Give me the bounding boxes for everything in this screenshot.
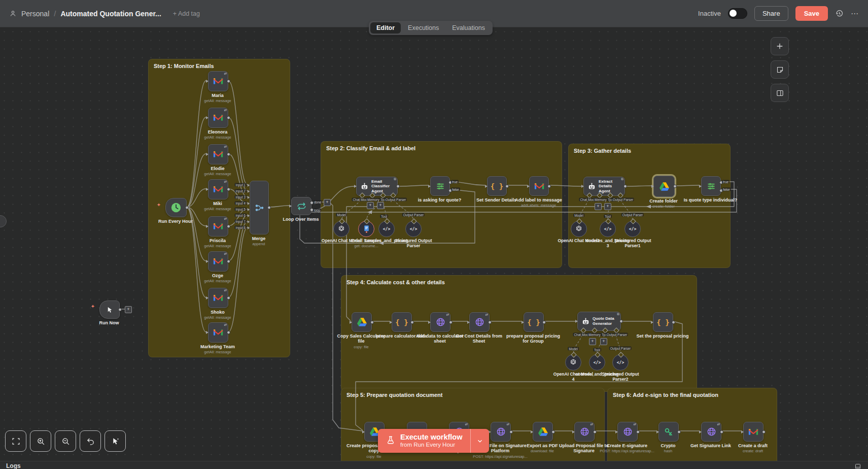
quote-data-generator-input-port[interactable]	[575, 320, 578, 323]
get-signature-link-output-port[interactable]	[720, 430, 723, 433]
merge-input-port[interactable]	[248, 196, 250, 199]
node-maria[interactable]: ⇄MariagetAll: message	[208, 71, 227, 91]
add-node-on-connection-button[interactable]: +	[377, 202, 384, 209]
create-e-signature-output-port[interactable]	[636, 430, 640, 433]
email-classifier-agent-output-port[interactable]	[396, 185, 400, 188]
node-openai-chat-model[interactable]: OpenAI Chat Model	[333, 221, 350, 237]
node-copy-sales-calculator-file[interactable]: Copy Sales Calculator filecopy: file	[352, 312, 371, 332]
save-button[interactable]: Save	[795, 6, 828, 21]
node-email-samples[interactable]: Email Samplesget: docume...	[358, 221, 374, 237]
prepare-proposal-pricing-for-group-output-port[interactable]	[542, 320, 546, 324]
add-node-on-connection-button[interactable]: +	[600, 338, 607, 345]
logs-bar[interactable]: Logs	[0, 461, 868, 469]
add-node-on-connection-button[interactable]: +	[324, 199, 331, 206]
node-courses-and-pricing3[interactable]: </>courses_and_pricing 3	[600, 221, 616, 237]
fit-view-button[interactable]	[5, 430, 26, 452]
create-proposal-template-copy-input-port[interactable]	[362, 430, 365, 433]
node-get-signature-link[interactable]: ⇄Get Signature Link	[701, 422, 720, 442]
node-run-now[interactable]: Run Now	[99, 300, 119, 319]
node-priscila[interactable]: ⇄PriscilagetAll: message	[208, 216, 227, 237]
loop-over-items-input-port[interactable]	[289, 205, 292, 208]
set-sender-details-output-port[interactable]	[505, 184, 509, 188]
node-extract-details-agent[interactable]: Extract Details Agent⧉	[583, 177, 625, 196]
share-button[interactable]: Share	[754, 6, 788, 21]
node-courses-and-pricing[interactable]: </>courses_and_pricing	[378, 221, 395, 237]
marketing-team-output-port[interactable]	[227, 331, 230, 334]
node-openai-chat-model-4[interactable]: OpenAI Chat Model 4	[565, 354, 581, 371]
miki-input-port[interactable]	[206, 188, 209, 191]
crypto-input-port[interactable]	[656, 430, 659, 433]
email-classifier-agent-input-port[interactable]	[354, 185, 357, 188]
elodie-input-port[interactable]	[206, 153, 209, 156]
execute-options-chevron[interactable]	[470, 429, 489, 453]
merge-input-port[interactable]	[248, 184, 250, 187]
eleonora-input-port[interactable]	[206, 116, 209, 119]
quote-data-generator-output-port[interactable]	[619, 320, 623, 323]
node-email-classifier-agent[interactable]: Email Classifier Agent⧉	[356, 177, 398, 196]
breadcrumb-owner[interactable]: Personal	[21, 10, 49, 18]
open-logs-panel-icon[interactable]	[855, 462, 861, 469]
add-node-on-connection-button[interactable]: +	[589, 338, 596, 345]
eleonora-output-port[interactable]	[227, 116, 230, 120]
is-quote-type-individual-input-port[interactable]	[699, 185, 702, 188]
history-icon[interactable]	[835, 9, 844, 18]
node-prepare-calculator-data[interactable]: { }prepare calculator data	[392, 312, 411, 332]
node-shoko[interactable]: ⇄ShokogetAll: message	[208, 288, 227, 308]
add-node-button[interactable]	[771, 37, 789, 55]
node-upload-proposal-file-to-signature[interactable]: ⇄Upload Proposal file to Signature	[574, 422, 594, 442]
marketing-team-input-port[interactable]	[206, 331, 209, 334]
node-courses-and-pricing2[interactable]: </>courses_and_pricing	[589, 354, 605, 371]
node-structured-output-parser2[interactable]: </>Structured Output Parser2	[612, 354, 629, 371]
node-get-cost-details-from-sheet[interactable]: ⇄Get Cost Details from Sheet	[469, 312, 489, 332]
node-create-folder[interactable]: Create foldercreate: folder	[653, 176, 674, 197]
execute-workflow-main[interactable]: Execute workflow from Run Every Hour	[378, 429, 470, 453]
create-e-signature-input-port[interactable]	[615, 430, 618, 433]
node-is-asking-for-quote[interactable]: is asking for quote?	[430, 176, 449, 196]
miki-output-port[interactable]	[227, 188, 230, 191]
tab-editor[interactable]: Editor	[370, 22, 401, 34]
copy-sales-calculator-file-input-port[interactable]	[350, 321, 352, 324]
merge-input-port[interactable]	[248, 214, 250, 217]
extract-details-agent-input-port[interactable]	[581, 185, 584, 188]
set-the-proposal-pricing-output-port[interactable]	[672, 320, 675, 324]
toggle-panel-button[interactable]	[771, 84, 789, 102]
merge-output-port[interactable]	[267, 206, 271, 210]
merge-input-port[interactable]	[248, 202, 250, 205]
add-node-on-connection-button[interactable]: +	[604, 203, 611, 210]
tab-executions[interactable]: Executions	[402, 22, 445, 34]
node-add-data-to-calculator-sheet[interactable]: ⇄Add data to calculator sheet	[430, 312, 449, 332]
prepare-calculator-data-output-port[interactable]	[410, 320, 414, 324]
workflow-canvas[interactable]: Step 1: Monitor EmailsStep 2: Classify E…	[0, 27, 868, 461]
set-the-proposal-pricing-input-port[interactable]	[651, 321, 653, 324]
shoko-input-port[interactable]	[206, 296, 209, 299]
is-asking-for-quote-input-port[interactable]	[428, 185, 431, 188]
zoom-in-button[interactable]	[30, 430, 51, 452]
node-miki[interactable]: ⇄MikigetAll: message	[208, 179, 227, 199]
node-set-the-proposal-pricing[interactable]: { }Set the proposal pricing	[653, 312, 672, 332]
tidy-up-button[interactable]	[105, 430, 126, 452]
priscila-input-port[interactable]	[206, 225, 209, 228]
add-sticky-note-button[interactable]	[771, 60, 789, 79]
get-cost-details-from-sheet-input-port[interactable]	[467, 321, 470, 324]
get-signature-link-input-port[interactable]	[699, 430, 702, 433]
copy-sales-calculator-file-output-port[interactable]	[370, 320, 374, 324]
node-ozge[interactable]: ⇄OzgegetAll: message	[208, 251, 227, 272]
node-set-sender-details[interactable]: { }Set Sender Details	[487, 176, 506, 196]
node-eleonora[interactable]: ⇄EleonoragetAll: message	[208, 108, 227, 128]
create-a-draft-output-port[interactable]	[762, 430, 766, 433]
merge-input-port[interactable]	[248, 220, 250, 223]
add-label-to-message-input-port[interactable]	[527, 185, 530, 188]
maria-output-port[interactable]	[227, 80, 230, 83]
get-cost-details-from-sheet-output-port[interactable]	[488, 320, 492, 324]
upload-proposal-file-to-signature-input-port[interactable]	[572, 430, 575, 433]
node-loop-over-items[interactable]: Loop Over Items	[291, 197, 310, 215]
add-node-on-connection-button[interactable]: +	[367, 202, 374, 209]
node-structured-output-parser[interactable]: </>Structured Output Parser	[405, 221, 422, 237]
node-export-as-pdf[interactable]: Export as PDFdownload: file	[533, 422, 552, 442]
add-label-to-message-output-port[interactable]	[547, 184, 551, 188]
add-data-to-calculator-sheet-output-port[interactable]	[449, 320, 453, 324]
node-openai-chat-model1[interactable]: OpenAI Chat Model1	[571, 221, 587, 237]
shoko-output-port[interactable]	[227, 296, 230, 300]
node-structured-output-parser1[interactable]: </>Structured Output Parser1	[624, 221, 641, 237]
active-toggle[interactable]	[728, 8, 747, 19]
